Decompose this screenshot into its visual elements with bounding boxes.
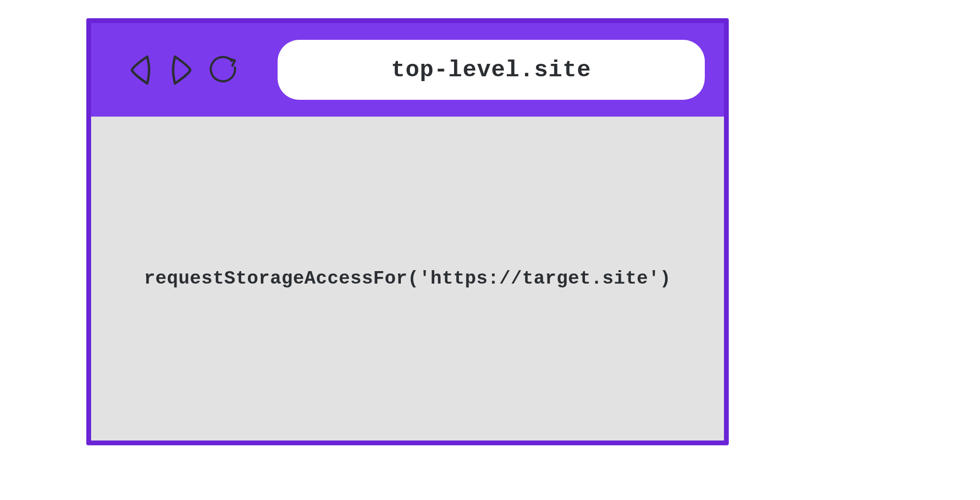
browser-window: top-level.site requestStorageAccessFor('… xyxy=(86,18,729,445)
code-snippet: requestStorageAccessFor('https://target.… xyxy=(144,268,671,289)
address-text: top-level.site xyxy=(391,57,591,83)
reload-icon[interactable] xyxy=(208,52,239,88)
forward-icon[interactable] xyxy=(166,52,198,88)
back-icon[interactable] xyxy=(125,52,156,88)
address-bar[interactable]: top-level.site xyxy=(278,40,705,100)
browser-toolbar: top-level.site xyxy=(91,23,724,117)
page-content: requestStorageAccessFor('https://target.… xyxy=(91,117,724,440)
nav-icons-group xyxy=(125,52,239,88)
